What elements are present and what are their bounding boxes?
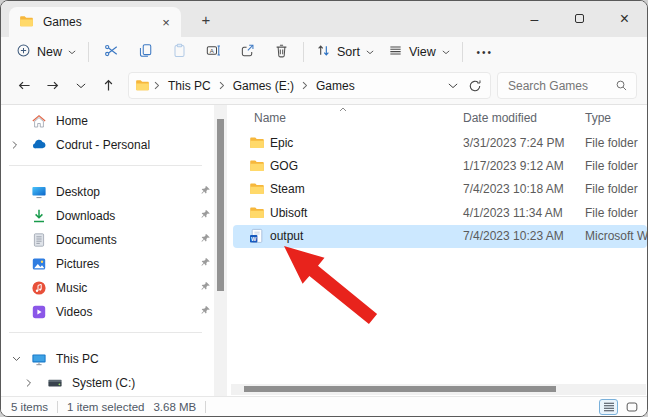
- address-bar[interactable]: This PC Games (E:) Games: [128, 72, 491, 99]
- details-view-toggle[interactable]: [599, 399, 618, 415]
- copy-button[interactable]: [128, 39, 162, 65]
- column-header-type[interactable]: Type: [585, 111, 647, 125]
- title-bar: Games × + – ×: [1, 1, 647, 37]
- new-button[interactable]: New: [9, 39, 83, 65]
- horizontal-scrollbar-track[interactable]: [231, 384, 646, 395]
- close-button[interactable]: ×: [602, 1, 647, 36]
- sidebar-scrollbar-track[interactable]: [214, 105, 227, 396]
- sort-button-label: Sort: [337, 45, 360, 59]
- minimize-button[interactable]: –: [512, 1, 557, 36]
- sidebar-scrollbar-thumb[interactable]: [217, 119, 224, 291]
- sidebar-item-system-c[interactable]: System (C:): [1, 371, 214, 395]
- sidebar-item-documents[interactable]: Documents: [1, 228, 214, 252]
- address-bar-row: This PC Games (E:) Games: [1, 67, 647, 105]
- sidebar-item-label: Codrut - Personal: [56, 138, 150, 152]
- item-count: 5 items: [11, 401, 48, 413]
- search-box: [497, 72, 637, 99]
- file-name: GOG: [270, 159, 298, 173]
- toolbar-separator: [88, 42, 89, 62]
- refresh-icon[interactable]: [468, 79, 482, 93]
- sidebar-divider: [9, 332, 202, 333]
- sidebar-item-label: Documents: [56, 233, 117, 247]
- view-button-label: View: [409, 45, 436, 59]
- drive-icon: [47, 375, 63, 391]
- file-row-ubisoft[interactable]: Ubisoft 4/1/2023 11:34 AM File folder: [227, 201, 647, 224]
- toolbar-separator: [462, 42, 463, 62]
- maximize-icon: [575, 14, 584, 23]
- tab-games[interactable]: Games ×: [9, 7, 181, 37]
- view-icon: [388, 43, 403, 61]
- expand-chevron-icon[interactable]: [26, 379, 32, 388]
- expand-chevron-icon[interactable]: [12, 141, 18, 150]
- delete-button[interactable]: [264, 39, 298, 65]
- sidebar-item-downloads[interactable]: Downloads: [1, 204, 214, 228]
- share-button[interactable]: [230, 39, 264, 65]
- new-tab-button[interactable]: +: [193, 7, 219, 31]
- pin-icon: [200, 185, 211, 199]
- breadcrumb-this-pc[interactable]: This PC: [164, 77, 215, 95]
- breadcrumb-games[interactable]: Games: [312, 77, 359, 95]
- sidebar-item-home[interactable]: Home: [1, 109, 214, 133]
- breadcrumb-chevron-icon[interactable]: [154, 81, 160, 90]
- forward-button[interactable]: [39, 73, 66, 99]
- status-divider: [205, 401, 206, 413]
- file-name: Ubisoft: [270, 206, 307, 220]
- maximize-button[interactable]: [557, 1, 602, 36]
- search-input[interactable]: [506, 78, 615, 94]
- music-icon: [31, 280, 47, 296]
- file-type: File folder: [585, 136, 647, 150]
- details-view-icon: [603, 402, 615, 412]
- large-icons-view-icon: [626, 402, 638, 412]
- trash-icon: [274, 43, 289, 61]
- pin-icon: [200, 305, 211, 319]
- address-dropdown-chevron-icon[interactable]: [448, 83, 458, 89]
- rename-button[interactable]: A: [196, 39, 230, 65]
- file-date: 3/31/2023 7:24 PM: [463, 136, 585, 150]
- folder-icon: [249, 205, 265, 221]
- breadcrumb-chevron-icon[interactable]: [302, 81, 308, 90]
- horizontal-scrollbar-thumb[interactable]: [244, 386, 556, 392]
- sidebar-divider: [9, 165, 202, 166]
- see-more-button[interactable]: •••: [468, 39, 502, 65]
- copy-icon: [138, 43, 153, 61]
- sort-icon: [316, 43, 331, 61]
- recent-locations-button[interactable]: [67, 73, 94, 99]
- sidebar-item-videos[interactable]: Videos: [1, 300, 214, 324]
- file-name: Steam: [270, 182, 305, 196]
- cut-button[interactable]: [94, 39, 128, 65]
- pin-icon: [200, 233, 211, 247]
- file-row-gog[interactable]: GOG 1/17/2023 9:12 AM File folder: [227, 154, 647, 177]
- sidebar-item-pictures[interactable]: Pictures: [1, 252, 214, 276]
- paste-icon: [172, 43, 187, 61]
- paste-button[interactable]: [162, 39, 196, 65]
- chevron-down-icon: [68, 50, 76, 55]
- breadcrumb-games-e[interactable]: Games (E:): [229, 77, 298, 95]
- folder-icon: [19, 14, 35, 30]
- folder-icon: [249, 181, 265, 197]
- collapse-chevron-icon[interactable]: [12, 356, 21, 362]
- large-icons-view-toggle[interactable]: [622, 399, 641, 415]
- sort-ascending-icon: [339, 107, 347, 112]
- sidebar-item-desktop[interactable]: Desktop: [1, 180, 214, 204]
- sidebar-item-label: System (C:): [72, 376, 135, 390]
- file-row-steam[interactable]: Steam 7/4/2023 10:18 AM File folder: [227, 178, 647, 201]
- column-header-row: Name Date modified Type: [227, 105, 647, 131]
- up-button[interactable]: [95, 73, 122, 99]
- column-header-date-modified[interactable]: Date modified: [463, 111, 585, 125]
- sidebar-item-music[interactable]: Music: [1, 276, 214, 300]
- file-row-output-selected[interactable]: W output 7/4/2023 10:23 AM Microsoft Wor…: [227, 225, 647, 248]
- svg-text:A: A: [209, 47, 214, 54]
- back-button[interactable]: [11, 73, 38, 99]
- breadcrumb-chevron-icon[interactable]: [219, 81, 225, 90]
- tab-close-button[interactable]: ×: [157, 13, 175, 31]
- column-header-name[interactable]: Name: [254, 111, 463, 125]
- file-row-epic[interactable]: Epic 3/31/2023 7:24 PM File folder: [227, 131, 647, 154]
- file-date: 7/4/2023 10:18 AM: [463, 182, 585, 196]
- sidebar-item-onedrive[interactable]: Codrut - Personal: [1, 133, 214, 157]
- sidebar-item-this-pc[interactable]: This PC: [1, 347, 214, 371]
- file-type: File folder: [585, 182, 647, 196]
- folder-icon: [249, 135, 265, 151]
- sort-button[interactable]: Sort: [309, 39, 381, 65]
- svg-text:W: W: [251, 236, 257, 242]
- view-button[interactable]: View: [381, 39, 457, 65]
